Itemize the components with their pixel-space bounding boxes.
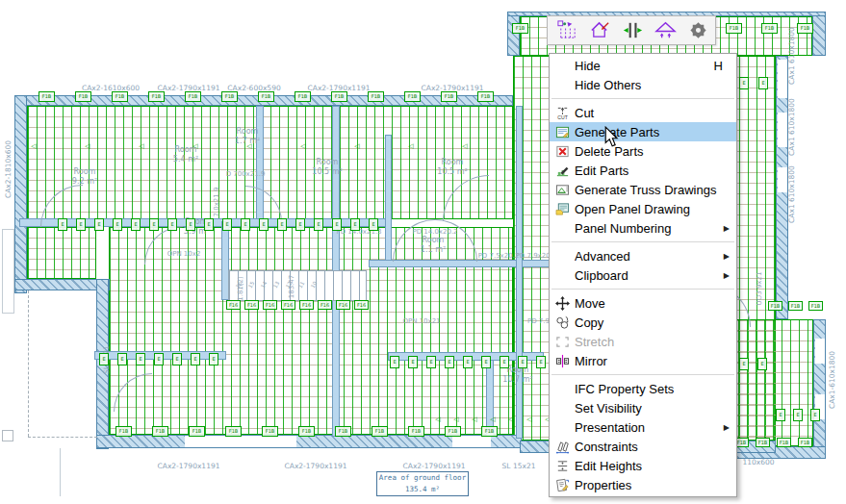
- edit-heights-icon: [550, 459, 575, 473]
- stud-marker-tag: E: [117, 353, 127, 365]
- construction-dashed-line: [28, 290, 30, 437]
- menu-item-mirror[interactable]: Mirror: [550, 351, 736, 370]
- panel-label: CAx1 610x1800: [787, 165, 796, 223]
- menu-item-edit-parts[interactable]: Edit Parts: [550, 161, 736, 180]
- menu-item-open-panel-drawing[interactable]: Open Panel Drawing: [550, 199, 736, 218]
- roof-panel-tool-icon[interactable]: [589, 19, 611, 42]
- properties-icon: [550, 478, 575, 492]
- stud-marker-tag: F1B: [798, 438, 812, 447]
- stud-marker-tag: F1B: [777, 438, 791, 447]
- stud-marker-tag: E: [445, 356, 454, 368]
- room-name: Room: [72, 167, 97, 177]
- area-box-value: 135.4 m²: [377, 484, 468, 495]
- settings-gear-icon[interactable]: [687, 19, 709, 42]
- menu-item-cut[interactable]: CUTCut: [550, 103, 736, 122]
- blocking-tick: ◁: [472, 416, 476, 423]
- stud-marker-tag: F1B: [185, 91, 201, 102]
- room-label: Room1.1 m²: [421, 236, 446, 255]
- stud-marker-tag: F1B: [115, 426, 132, 437]
- menu-item-edit-heights[interactable]: Edit Heights: [550, 456, 736, 475]
- exterior-wall: [507, 12, 520, 56]
- stud-marker-tag: F1B: [368, 91, 384, 102]
- blocking-tick: ◁: [508, 416, 513, 423]
- svg-text:CUT: CUT: [557, 113, 568, 119]
- opening-label: UO3 9x21: [756, 272, 763, 306]
- menu-item-label: Properties: [575, 478, 736, 492]
- menu-item-delete-parts[interactable]: Delete Parts: [550, 141, 736, 161]
- stud-marker-tag: E: [776, 409, 785, 421]
- generate-parts-tool-icon[interactable]: [556, 19, 578, 42]
- stud-marker-tag: F1B: [441, 91, 457, 102]
- menu-item-ifc-property-sets[interactable]: IFC Property Sets: [550, 379, 736, 398]
- blocking-tick: ◁: [408, 142, 413, 150]
- truss-tool-icon[interactable]: [654, 19, 677, 42]
- room-label: Room10.5 m²: [437, 158, 467, 177]
- context-menu: HideHHide OthersCUTCutGenerate PartsDele…: [549, 53, 737, 497]
- opening-label: OPN 10x2: [167, 250, 201, 258]
- menu-item-copy[interactable]: Copy: [550, 313, 736, 332]
- generate-parts-icon: [550, 125, 575, 139]
- submenu-arrow-icon: ▶: [724, 423, 736, 432]
- panel-label: CAx1 610x1800: [787, 98, 796, 156]
- menu-item-move[interactable]: Move: [550, 293, 736, 313]
- menu-item-generate-truss-drawings[interactable]: Generate Truss Drawings: [550, 180, 736, 199]
- menu-item-shortcut: H: [714, 59, 736, 73]
- stud-marker-tag: E: [536, 356, 546, 368]
- menu-item-hide-others[interactable]: Hide Others: [550, 75, 736, 94]
- menu-item-constraints[interactable]: Constraints: [550, 437, 736, 456]
- menu-item-label: Hide Others: [575, 78, 736, 92]
- stud-marker-tag: F1B: [298, 426, 315, 437]
- stud-marker-tag: E: [758, 77, 768, 89]
- stud-marker-tag: F16: [336, 300, 350, 310]
- stud-marker-tag: F16: [226, 300, 241, 310]
- menu-item-clipboard[interactable]: Clipboard▶: [550, 265, 736, 285]
- open-panel-icon: [550, 202, 575, 216]
- submenu-arrow-icon: ▶: [724, 271, 736, 280]
- grid-origin-square: [2, 430, 13, 441]
- stud-framing-region: [729, 319, 813, 446]
- menu-item-advanced[interactable]: Advanced▶: [550, 246, 736, 265]
- stud-marker-tag: E: [99, 353, 109, 365]
- area-summary-box: Area of ground floor 135.4 m²: [376, 471, 469, 496]
- menu-item-hide[interactable]: HideH: [550, 56, 736, 75]
- menu-separator: [551, 98, 734, 99]
- exterior-wall: [14, 95, 27, 293]
- mouse-cursor: [602, 126, 620, 147]
- menu-item-presentation[interactable]: Presentation▶: [550, 417, 736, 437]
- stud-marker-tag: E: [209, 353, 218, 365]
- stud-marker-tag: E: [518, 356, 527, 368]
- menu-item-label: Mirror: [575, 354, 736, 368]
- area-box-title: Area of ground floor: [377, 472, 468, 484]
- wall-opening: [815, 339, 825, 364]
- stud-marker-tag: E: [793, 409, 803, 421]
- stud-framing-region: [27, 227, 96, 279]
- menu-item-label: Cut: [575, 106, 736, 120]
- menu-item-label: Edit Parts: [575, 164, 736, 178]
- opening-label: PD 7.5x20.2: [478, 252, 520, 260]
- stud-marker-tag: F1B: [788, 301, 803, 311]
- menu-item-label: Panel Numbering: [575, 221, 724, 236]
- cut-icon: CUT: [550, 106, 575, 120]
- stud-marker-tag: E: [314, 218, 323, 231]
- panel-label: SL 15x21: [502, 462, 536, 470]
- mirror-tool-icon[interactable]: [622, 19, 644, 42]
- stud-marker-tag: F16: [299, 300, 314, 310]
- stud-marker-tag: F1B: [481, 426, 498, 437]
- opening-label: D 700x21.9: [226, 170, 266, 178]
- generate-truss-icon: [550, 183, 575, 197]
- menu-item-properties[interactable]: Properties: [550, 475, 736, 494]
- menu-item-set-visibility[interactable]: Set Visibility: [550, 398, 736, 417]
- menu-item-generate-parts[interactable]: Generate Parts: [550, 122, 736, 141]
- menu-item-label: Copy: [575, 315, 736, 330]
- stud-marker-tag: F1B: [372, 426, 388, 437]
- stud-marker-tag: E: [481, 356, 491, 368]
- menu-separator: [551, 374, 734, 375]
- menu-item-label: Presentation: [575, 420, 724, 435]
- stud-marker-tag: F16: [244, 300, 259, 310]
- menu-item-label: Set Visibility: [575, 401, 736, 416]
- stud-marker-tag: F1B: [189, 426, 205, 437]
- menu-item-panel-numbering[interactable]: Panel Numbering▶: [550, 218, 736, 238]
- blocking-tick: ◁: [526, 416, 531, 423]
- wall-opening: [778, 60, 787, 98]
- stud-marker-tag: E: [810, 409, 820, 421]
